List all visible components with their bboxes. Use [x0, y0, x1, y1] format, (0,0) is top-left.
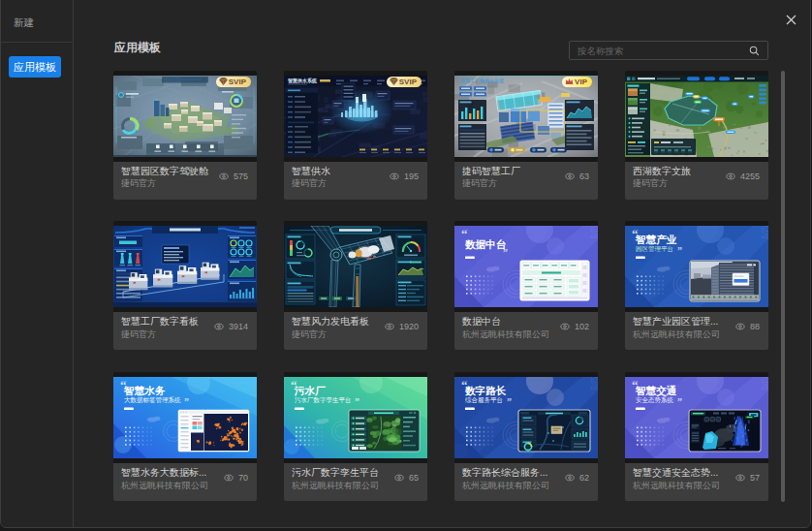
svg-text:智慧供水系统: 智慧供水系统	[287, 77, 318, 83]
svg-text:ZHIHUI: ZHIHUI	[587, 377, 598, 390]
svg-text:智慧交通: 智慧交通	[635, 385, 677, 396]
svg-text:智慧工厂数智化总览: 智慧工厂数智化总览	[459, 78, 504, 84]
svg-text:”: ”	[677, 396, 682, 407]
svg-text:污水厂数字孪生平台: 污水厂数字孪生平台	[295, 396, 352, 404]
svg-text:”: ”	[503, 247, 508, 258]
svg-text:智慧水务: 智慧水务	[123, 385, 166, 396]
svg-text:”: ”	[507, 396, 512, 407]
svg-text:”: ”	[184, 396, 189, 407]
svg-text:数字路长: 数字路长	[464, 385, 507, 396]
svg-text:ZHIHUI: ZHIHUI	[758, 226, 768, 239]
svg-text:数据中台: 数据中台	[464, 238, 507, 250]
svg-text:ZHIHUI: ZHIHUI	[758, 377, 768, 390]
svg-text:大数据标签管理系统: 大数据标签管理系统	[124, 396, 181, 404]
svg-text:”: ”	[677, 245, 682, 256]
svg-text:安全态势系统: 安全态势系统	[636, 396, 674, 404]
svg-text:ZHIHUI: ZHIHUI	[587, 226, 598, 239]
svg-text:园区管理平台: 园区管理平台	[636, 246, 673, 254]
svg-text:”: ”	[355, 396, 359, 407]
svg-text:综合服务平台: 综合服务平台	[465, 396, 503, 404]
svg-text:污水厂: 污水厂	[294, 385, 326, 396]
svg-text:智慧产业: 智慧产业	[635, 234, 677, 245]
